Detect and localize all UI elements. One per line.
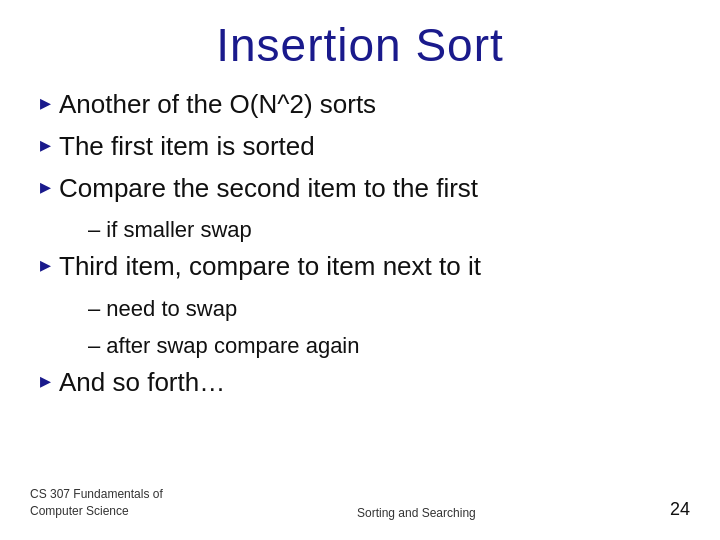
footer-center: Sorting and Searching: [357, 506, 476, 520]
bullet-icon-2: ▸: [40, 131, 51, 160]
slide-footer: CS 307 Fundamentals of Computer Science …: [30, 478, 690, 520]
bullet-text-4: Third item, compare to item next to it: [59, 250, 481, 284]
bullet-item-5: ▸ And so forth…: [40, 366, 690, 400]
bullet-icon-5: ▸: [40, 367, 51, 396]
bullet-item-2: ▸ The first item is sorted: [40, 130, 690, 164]
footer-page-number: 24: [670, 499, 690, 520]
bullet-icon-4: ▸: [40, 251, 51, 280]
slide-title: Insertion Sort: [30, 10, 690, 88]
footer-left: CS 307 Fundamentals of Computer Science: [30, 486, 163, 520]
footer-left-line2: Computer Science: [30, 503, 163, 520]
bullet-text-2: The first item is sorted: [59, 130, 315, 164]
sub-bullet-3-1: – if smaller swap: [40, 213, 690, 246]
bullet-item-1: ▸ Another of the O(N^2) sorts: [40, 88, 690, 122]
bullet-icon-3: ▸: [40, 173, 51, 202]
slide: Insertion Sort ▸ Another of the O(N^2) s…: [0, 0, 720, 540]
bullet-text-1: Another of the O(N^2) sorts: [59, 88, 376, 122]
sub-bullet-4-2: – after swap compare again: [40, 329, 690, 362]
bullet-item-4: ▸ Third item, compare to item next to it: [40, 250, 690, 284]
bullet-text-3: Compare the second item to the first: [59, 172, 478, 206]
bullet-text-5: And so forth…: [59, 366, 225, 400]
bullet-icon-1: ▸: [40, 89, 51, 118]
sub-bullet-4-1: – need to swap: [40, 292, 690, 325]
slide-content: ▸ Another of the O(N^2) sorts ▸ The firs…: [30, 88, 690, 478]
bullet-item-3: ▸ Compare the second item to the first: [40, 172, 690, 206]
footer-left-line1: CS 307 Fundamentals of: [30, 486, 163, 503]
